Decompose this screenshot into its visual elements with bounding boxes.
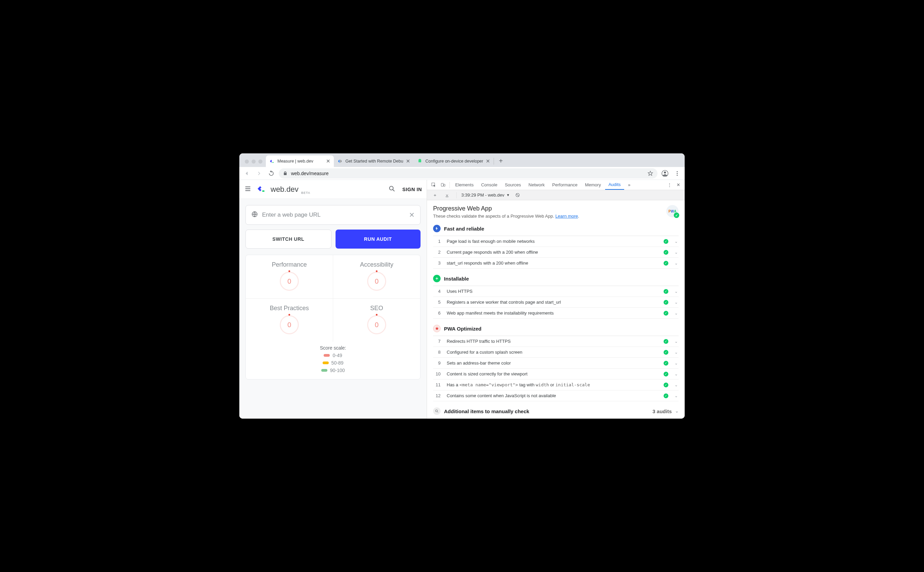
audit-row[interactable]: 7Redirects HTTP traffic to HTTPS✓⌄ bbox=[433, 336, 679, 347]
run-selector[interactable]: 3:39:29 PM - web.dev ▼ bbox=[461, 193, 510, 197]
audit-row[interactable]: 12Contains some content when JavaScript … bbox=[433, 390, 679, 401]
audit-number: 1 bbox=[434, 239, 440, 244]
pass-icon: ✓ bbox=[664, 372, 668, 376]
audit-section: Installable4Uses HTTPS✓⌄5Registers a ser… bbox=[433, 275, 679, 319]
run-audit-button[interactable]: RUN AUDIT bbox=[336, 230, 421, 249]
close-icon[interactable]: ✕ bbox=[674, 182, 683, 187]
kebab-menu-icon[interactable]: ⋮ bbox=[665, 182, 674, 187]
tab-title: Configure on-device developer bbox=[425, 159, 483, 163]
chevron-down-icon[interactable]: ⌄ bbox=[674, 239, 678, 244]
close-icon[interactable]: ✕ bbox=[486, 158, 490, 164]
omnibox[interactable]: web.dev/measure bbox=[279, 168, 657, 179]
close-icon[interactable]: ✕ bbox=[326, 158, 330, 164]
toolbar: web.dev/measure bbox=[239, 167, 685, 180]
pass-icon: ✓ bbox=[664, 300, 668, 305]
audit-number: 6 bbox=[434, 311, 440, 316]
close-icon[interactable]: ✕ bbox=[406, 158, 410, 164]
tab-console[interactable]: Console bbox=[478, 180, 501, 190]
pwa-description: These checks validate the aspects of a P… bbox=[433, 214, 662, 219]
audit-row[interactable]: 6Web app manifest meets the installabili… bbox=[433, 308, 679, 319]
overflow-tabs-icon[interactable]: » bbox=[625, 182, 634, 187]
profile-icon[interactable] bbox=[660, 169, 670, 178]
pass-icon: ✓ bbox=[664, 250, 668, 255]
url-text: web.dev/measure bbox=[291, 171, 329, 176]
sign-in-button[interactable]: SIGN IN bbox=[403, 187, 422, 192]
audit-row[interactable]: 3start_url responds with a 200 when offl… bbox=[433, 258, 679, 269]
svg-point-8 bbox=[389, 187, 393, 190]
tab-elements[interactable]: Elements bbox=[452, 180, 477, 190]
logo-text: web.dev BETA bbox=[271, 185, 310, 194]
audit-row[interactable]: 8Configured for a custom splash screen✓⌄ bbox=[433, 347, 679, 358]
chevron-down-icon[interactable]: ⌄ bbox=[674, 289, 678, 294]
manual-title: Additional items to manually check bbox=[444, 409, 529, 414]
audit-row[interactable]: 11Has a <meta name="viewport"> tag with … bbox=[433, 379, 679, 390]
svg-rect-1 bbox=[419, 160, 421, 162]
clear-icon[interactable]: ✕ bbox=[409, 211, 415, 219]
star-icon[interactable] bbox=[647, 170, 653, 177]
chevron-down-icon[interactable]: ⌄ bbox=[674, 372, 678, 376]
tab-memory[interactable]: Memory bbox=[582, 180, 605, 190]
audit-text: Registers a service worker that controls… bbox=[447, 300, 657, 305]
switch-url-button[interactable]: SWITCH URL bbox=[245, 230, 332, 249]
section-icon bbox=[433, 225, 440, 232]
traffic-close[interactable] bbox=[245, 160, 249, 163]
chevron-down-icon[interactable]: ⌄ bbox=[674, 311, 678, 316]
browser-window: Measure | web.dev ✕ Get Started with Rem… bbox=[239, 153, 685, 419]
learn-more-link[interactable]: Learn more bbox=[555, 214, 578, 219]
chevron-down-icon[interactable]: ⌄ bbox=[674, 300, 678, 305]
audit-row[interactable]: 5Registers a service worker that control… bbox=[433, 297, 679, 308]
chevron-down-icon[interactable]: ⌄ bbox=[675, 409, 679, 413]
chevron-down-icon[interactable]: ⌄ bbox=[674, 250, 678, 255]
svg-rect-0 bbox=[272, 162, 273, 163]
chevron-down-icon[interactable]: ⌄ bbox=[674, 361, 678, 365]
tab-title: Get Started with Remote Debu bbox=[346, 159, 403, 163]
chevron-down-icon[interactable]: ⌄ bbox=[674, 382, 678, 387]
search-icon[interactable] bbox=[388, 185, 396, 193]
new-audit-icon[interactable]: ＋ bbox=[430, 192, 439, 198]
svg-rect-7 bbox=[262, 190, 265, 192]
score-grid: Performance 0 Accessibility 0 Best Pract… bbox=[245, 255, 420, 379]
pwa-title: Progressive Web App bbox=[433, 205, 662, 212]
chevron-down-icon[interactable]: ⌄ bbox=[674, 261, 678, 266]
tab-performance[interactable]: Performance bbox=[549, 180, 581, 190]
tab-0[interactable]: Measure | web.dev ✕ bbox=[266, 155, 334, 167]
chevron-down-icon[interactable]: ⌄ bbox=[674, 393, 678, 398]
kebab-menu-icon[interactable] bbox=[673, 169, 682, 178]
score-scale: Score scale: 0-49 50-89 90-100 bbox=[246, 342, 420, 379]
url-input-box: ✕ bbox=[245, 205, 420, 225]
traffic-min[interactable] bbox=[251, 160, 256, 163]
pass-icon: ✓ bbox=[664, 239, 668, 244]
pass-icon: ✓ bbox=[664, 350, 668, 355]
audit-number: 3 bbox=[434, 261, 440, 266]
url-input[interactable] bbox=[262, 211, 405, 218]
tab-2[interactable]: Configure on-device developer ✕ bbox=[414, 155, 494, 167]
traffic-max[interactable] bbox=[258, 160, 262, 163]
tab-audits[interactable]: Audits bbox=[605, 180, 624, 190]
audit-text: Has a <meta name="viewport"> tag with wi… bbox=[447, 382, 657, 387]
audit-number: 11 bbox=[434, 382, 440, 387]
menu-icon[interactable] bbox=[244, 185, 252, 193]
page-header: web.dev BETA SIGN IN bbox=[239, 180, 426, 199]
audit-text: start_url responds with a 200 when offli… bbox=[447, 261, 657, 266]
back-button[interactable] bbox=[242, 169, 251, 178]
audit-row[interactable]: 2Current page responds with a 200 when o… bbox=[433, 247, 679, 258]
audit-row[interactable]: 10Content is sized correctly for the vie… bbox=[433, 368, 679, 379]
tab-1[interactable]: Get Started with Remote Debu ✕ bbox=[334, 155, 414, 167]
new-tab-button[interactable]: + bbox=[494, 157, 507, 167]
device-toggle-icon[interactable] bbox=[439, 182, 447, 187]
reload-button[interactable] bbox=[267, 169, 276, 178]
chevron-down-icon[interactable]: ⌄ bbox=[674, 339, 678, 344]
audit-section: ★PWA Optimized7Redirects HTTP traffic to… bbox=[433, 325, 679, 401]
audit-number: 9 bbox=[434, 361, 440, 365]
forward-button[interactable] bbox=[254, 169, 264, 178]
audit-row[interactable]: 1Page load is fast enough on mobile netw… bbox=[433, 236, 679, 247]
inspect-icon[interactable] bbox=[429, 182, 438, 187]
lock-icon bbox=[283, 171, 288, 176]
clear-icon[interactable] bbox=[513, 193, 522, 197]
audit-row[interactable]: 4Uses HTTPS✓⌄ bbox=[433, 286, 679, 297]
audit-row[interactable]: 9Sets an address-bar theme color✓⌄ bbox=[433, 358, 679, 368]
chevron-down-icon[interactable]: ⌄ bbox=[674, 350, 678, 355]
tab-network[interactable]: Network bbox=[525, 180, 548, 190]
download-icon[interactable] bbox=[443, 193, 451, 197]
tab-sources[interactable]: Sources bbox=[501, 180, 524, 190]
